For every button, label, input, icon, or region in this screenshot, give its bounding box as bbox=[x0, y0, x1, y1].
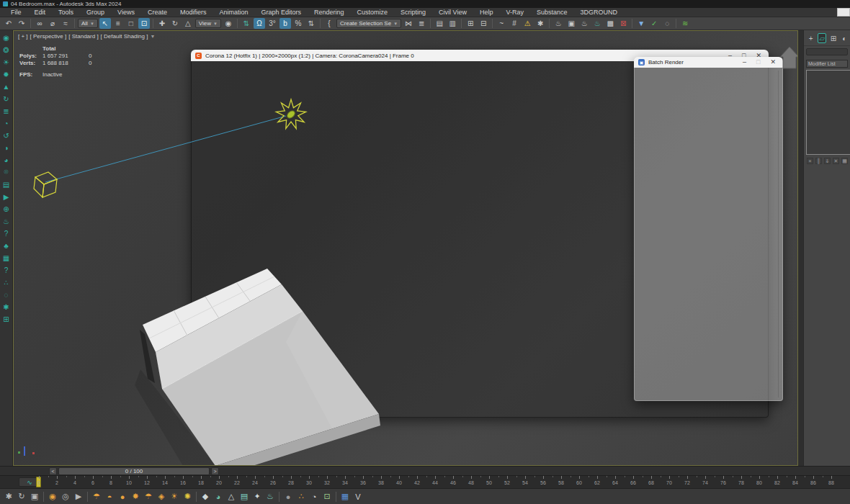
viewport-menu-style[interactable]: [ Standard ] bbox=[68, 33, 98, 40]
vray-logo-icon[interactable]: V bbox=[353, 491, 363, 503]
selection-region-icon[interactable]: □ bbox=[125, 18, 137, 29]
sunburst-icon[interactable]: ✺ bbox=[182, 491, 192, 503]
current-frame-display[interactable]: 0 / 100 bbox=[58, 467, 210, 475]
pin-stack-icon[interactable]: ⌖ bbox=[807, 158, 813, 164]
asset-tracking-icon[interactable]: ✱ bbox=[534, 18, 546, 29]
check-icon[interactable]: ✓ bbox=[648, 18, 660, 29]
about-icon[interactable]: ? bbox=[1, 264, 12, 276]
forest-warning-icon[interactable]: ♣ bbox=[1, 240, 12, 251]
swatches-icon[interactable]: ▦ bbox=[340, 491, 350, 503]
mirror-icon[interactable]: ⋈ bbox=[403, 18, 414, 29]
camera-icon[interactable]: ◎ bbox=[61, 491, 71, 503]
filter-icon[interactable]: ▼ bbox=[150, 34, 155, 39]
info-icon[interactable]: ◌ bbox=[661, 18, 673, 29]
snap-variant-icon[interactable]: b bbox=[279, 18, 291, 29]
selection-set-dropdown[interactable]: Create Selection Se▼ bbox=[336, 19, 401, 28]
menu-edit[interactable]: Edit bbox=[28, 8, 53, 17]
menu-help[interactable]: Help bbox=[473, 8, 500, 17]
hierarchy-tab[interactable]: ⊞ bbox=[829, 33, 837, 43]
menu-3dground[interactable]: 3DGROUND bbox=[573, 8, 624, 17]
viewcube-home-icon[interactable] bbox=[780, 47, 798, 68]
render-texture-icon[interactable]: ▩ bbox=[604, 18, 616, 29]
sphere-light-icon[interactable]: ● bbox=[117, 491, 128, 503]
vegetation-icon[interactable]: ▲ bbox=[1, 81, 12, 92]
move-icon[interactable]: ✚ bbox=[156, 18, 168, 29]
modify-tab[interactable]: ▱ bbox=[818, 33, 826, 43]
menu-substance[interactable]: Substance bbox=[530, 8, 574, 17]
angle-snap-icon[interactable]: 3° bbox=[267, 18, 278, 29]
material-explorer-icon[interactable]: ⊟ bbox=[478, 18, 489, 29]
next-frame-button[interactable]: > bbox=[211, 467, 219, 475]
render-iterative-icon[interactable]: ♨ bbox=[591, 18, 603, 29]
camera-settings-icon[interactable]: ❂ bbox=[1, 44, 12, 55]
modifier-stack[interactable] bbox=[806, 70, 850, 155]
percent-snap-icon[interactable]: % bbox=[292, 18, 304, 29]
scatter-sphere-icon[interactable]: ◕ bbox=[213, 491, 223, 503]
window-titlebar[interactable]: 04 Bedroom.max - Autodesk 3ds Max 2024 bbox=[0, 0, 850, 8]
select-circle-icon[interactable]: ◌ bbox=[1, 289, 12, 300]
link-icon[interactable]: ∞ bbox=[34, 18, 45, 29]
helper-cube-gizmo[interactable] bbox=[34, 172, 57, 197]
save-state-icon[interactable]: ▼ bbox=[635, 18, 647, 29]
toggle-ribbon-icon[interactable]: ▥ bbox=[447, 18, 458, 29]
remove-modifier-icon[interactable]: ✕ bbox=[833, 158, 839, 164]
layers-icon[interactable]: ▤ bbox=[1, 179, 12, 190]
window-crossing-icon[interactable]: ⊡ bbox=[138, 18, 150, 29]
perspective-viewport[interactable]: [ + ] [ Perspective ] [ Standard ] [ Def… bbox=[13, 30, 798, 466]
caustics-icon[interactable]: ◈ bbox=[156, 491, 166, 503]
menu-civil-view[interactable]: Civil View bbox=[432, 8, 473, 17]
scale-icon[interactable]: △ bbox=[182, 18, 194, 29]
scene-explorer-icon[interactable]: ⊞ bbox=[465, 18, 476, 29]
menu-v-ray[interactable]: V-Ray bbox=[499, 8, 530, 17]
reference-coordinate-dropdown[interactable]: View▼ bbox=[195, 19, 221, 28]
light-icon[interactable]: ☀ bbox=[1, 56, 12, 68]
proxy-pyramid-icon[interactable]: △ bbox=[226, 491, 236, 503]
fire-icon[interactable]: ♨ bbox=[265, 491, 275, 503]
select-object-icon[interactable]: ↖ bbox=[99, 18, 111, 29]
select-by-name-icon[interactable]: ≡ bbox=[112, 18, 124, 29]
teapot-icon[interactable]: ♨ bbox=[1, 215, 12, 227]
dome-light-icon[interactable]: ◓ bbox=[104, 491, 115, 503]
warning-icon[interactable]: ⚠ bbox=[522, 18, 533, 29]
bell-icon[interactable]: ◔ bbox=[1, 117, 12, 129]
menu-graph-editors[interactable]: Graph Editors bbox=[254, 8, 308, 17]
reset-icon[interactable]: ↺ bbox=[1, 130, 12, 141]
motion-tab[interactable]: ◐ bbox=[841, 33, 849, 43]
corona-toolbar-icon[interactable]: ≋ bbox=[679, 18, 691, 29]
light-gizmo-star[interactable] bbox=[276, 99, 305, 129]
menu-modifiers[interactable]: Modifiers bbox=[174, 8, 213, 17]
previous-frame-button[interactable]: < bbox=[49, 467, 57, 475]
display-icon[interactable]: ⊡ bbox=[322, 491, 332, 503]
interactive-hand-icon[interactable]: ✦ bbox=[252, 491, 262, 503]
viewport-menu-plus[interactable]: [ + ] bbox=[18, 33, 28, 40]
spinner-snap-icon[interactable]: ⇅ bbox=[305, 18, 317, 29]
corona-light-icon[interactable]: ☂ bbox=[91, 491, 102, 503]
bed-model[interactable] bbox=[135, 269, 380, 466]
menu-customize[interactable]: Customize bbox=[351, 8, 395, 17]
scatter-icon[interactable]: ∴ bbox=[1, 276, 12, 288]
menu-scripting[interactable]: Scripting bbox=[394, 8, 432, 17]
sun-light-icon[interactable]: ☀ bbox=[169, 491, 179, 503]
bind-spacewarp-icon[interactable]: ≈ bbox=[60, 18, 71, 29]
create-tab[interactable]: + bbox=[807, 33, 815, 43]
track-bar[interactable]: ∿ 02468101214161820222426283032343638404… bbox=[0, 475, 850, 488]
named-selection-sets-icon[interactable]: { bbox=[323, 18, 335, 29]
gear-icon[interactable]: ✸ bbox=[130, 491, 140, 503]
render-production-icon[interactable]: ♨ bbox=[578, 18, 590, 29]
menu-tools[interactable]: Tools bbox=[52, 8, 80, 17]
update-icon[interactable]: ↻ bbox=[1, 93, 12, 104]
viewport-menu-view[interactable]: [ Perspective ] bbox=[30, 33, 67, 40]
list-icon[interactable]: ≣ bbox=[1, 105, 12, 117]
undo-icon[interactable]: ↶ bbox=[3, 18, 14, 29]
polyhedron-icon[interactable]: ◆ bbox=[200, 491, 210, 503]
camera-icon[interactable]: ◉ bbox=[1, 32, 12, 43]
light-bulb-icon[interactable]: ◉ bbox=[48, 491, 58, 503]
make-unique-icon[interactable]: ⇓ bbox=[824, 158, 831, 164]
schematic-view-icon[interactable]: # bbox=[509, 18, 520, 29]
select-similar-icon[interactable]: ⇅ bbox=[241, 18, 252, 29]
redo-icon[interactable]: ↷ bbox=[16, 18, 27, 29]
use-pivot-icon[interactable]: ◉ bbox=[223, 18, 234, 29]
layer-explorer-icon[interactable]: ▤ bbox=[434, 18, 445, 29]
selection-filter-dropdown[interactable]: All▼ bbox=[78, 19, 98, 28]
paint-icon[interactable]: ◑ bbox=[1, 142, 12, 153]
